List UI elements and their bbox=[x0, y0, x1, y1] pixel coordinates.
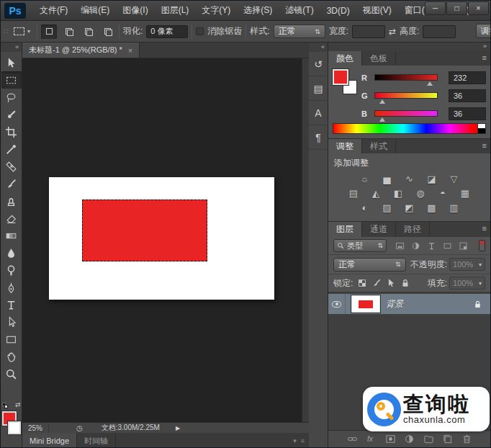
menu-item[interactable]: 文件(F) bbox=[33, 4, 74, 17]
exposure-icon[interactable]: ◪ bbox=[424, 174, 440, 185]
feather-input[interactable]: 0 像素 bbox=[146, 25, 188, 38]
channel-slider[interactable] bbox=[374, 92, 438, 99]
gradient-tool[interactable] bbox=[1, 227, 22, 244]
curves-icon[interactable]: ∿ bbox=[402, 174, 418, 185]
panel-menu-icon[interactable]: ≡ bbox=[301, 437, 305, 444]
background-color-swatch[interactable] bbox=[8, 421, 21, 434]
slider-thumb-icon[interactable] bbox=[379, 117, 385, 122]
panel-menu-icon[interactable]: ≡ bbox=[482, 141, 487, 150]
selective-color-icon[interactable]: ▩ bbox=[424, 202, 440, 214]
menu-item[interactable]: 视图(V) bbox=[356, 4, 398, 17]
gradient-map-icon[interactable]: ▥ bbox=[446, 202, 462, 214]
menu-item[interactable]: 图层(L) bbox=[155, 4, 196, 17]
path-selection-tool[interactable] bbox=[1, 313, 22, 331]
menu-item[interactable]: 文字(Y) bbox=[195, 4, 237, 17]
layer-name[interactable]: 背景 bbox=[386, 298, 403, 310]
lasso-tool[interactable] bbox=[1, 89, 22, 106]
levels-icon[interactable]: ▅ bbox=[379, 174, 395, 185]
intersect-selection-button[interactable] bbox=[99, 24, 115, 39]
type-tool[interactable] bbox=[1, 296, 22, 313]
lock-image-pixels-icon[interactable] bbox=[371, 278, 382, 288]
channel-slider[interactable] bbox=[374, 110, 438, 117]
hand-tool[interactable] bbox=[1, 348, 22, 365]
menu-item[interactable]: 图像(I) bbox=[116, 4, 154, 17]
vibrance-icon[interactable]: ▽ bbox=[446, 174, 462, 185]
panel-tab[interactable]: 样式 bbox=[362, 139, 396, 153]
layer-visibility-toggle[interactable] bbox=[328, 294, 346, 314]
vertical-scrollbar[interactable] bbox=[302, 58, 309, 422]
channel-value-input[interactable]: 36 bbox=[449, 89, 486, 102]
panel-tab[interactable]: 通道 bbox=[362, 222, 396, 237]
color-lookup-icon[interactable]: ▦ bbox=[457, 188, 473, 200]
paragraph-panel-icon[interactable]: ¶ bbox=[309, 125, 328, 150]
options-grip[interactable]: ∷ bbox=[3, 27, 6, 36]
menu-item[interactable]: 3D(D) bbox=[320, 6, 356, 16]
rectangular-marquee-tool[interactable] bbox=[1, 71, 22, 89]
layer-filter-toggle[interactable] bbox=[479, 240, 485, 251]
properties-panel-icon[interactable]: ▤ bbox=[309, 76, 328, 101]
blend-mode-select[interactable]: 正常 ⇅ bbox=[333, 258, 406, 272]
status-menu-arrow-icon[interactable]: ▶ bbox=[176, 425, 180, 431]
fill-input[interactable]: 100% ▾ bbox=[449, 277, 485, 290]
panel-tab[interactable]: 路径 bbox=[396, 222, 430, 237]
layer-row-background[interactable]: 背景 bbox=[328, 294, 490, 314]
menu-item[interactable]: 编辑(E) bbox=[74, 4, 116, 17]
add-mask-icon[interactable] bbox=[385, 434, 396, 444]
style-select[interactable]: 正常 ⇅ bbox=[274, 24, 325, 38]
tool-preset-button[interactable]: ▾ bbox=[11, 25, 33, 37]
panel-menu-icon[interactable]: ≡ bbox=[482, 53, 487, 62]
slider-thumb-icon[interactable] bbox=[379, 99, 385, 104]
refine-edge-button[interactable]: 调整边缘 bbox=[476, 24, 490, 38]
panel-tab[interactable]: 图层 bbox=[328, 222, 362, 237]
zoom-level[interactable]: 25% bbox=[22, 424, 49, 432]
channel-value-input[interactable]: 36 bbox=[449, 107, 486, 120]
selection-marquee[interactable] bbox=[82, 200, 207, 261]
channel-slider[interactable] bbox=[374, 74, 438, 81]
filter-adjustment-layers-icon[interactable] bbox=[411, 241, 420, 251]
swap-colors-icon[interactable]: ⇄ bbox=[15, 401, 21, 408]
new-layer-icon[interactable] bbox=[442, 434, 453, 444]
default-colors-icon[interactable] bbox=[2, 403, 8, 408]
bottom-tab[interactable]: Mini Bridge bbox=[22, 433, 77, 448]
lock-transparent-pixels-icon[interactable] bbox=[357, 278, 367, 288]
invert-icon[interactable]: ◐ bbox=[357, 202, 373, 214]
minimize-button[interactable]: ─ bbox=[425, 1, 446, 15]
panel-tab[interactable]: 调整 bbox=[328, 139, 362, 153]
channel-mixer-icon[interactable]: ◓ bbox=[435, 188, 451, 200]
maximize-button[interactable]: □ bbox=[446, 1, 467, 15]
layer-filter-select[interactable]: 类型 ⇅ bbox=[333, 239, 387, 252]
panel-tab[interactable]: 颜色 bbox=[328, 51, 362, 66]
new-adjustment-layer-icon[interactable] bbox=[404, 434, 415, 444]
close-button[interactable]: × bbox=[468, 1, 489, 15]
swap-dimensions-icon[interactable]: ⇄ bbox=[389, 27, 396, 37]
filter-smart-objects-icon[interactable] bbox=[459, 241, 468, 251]
threshold-icon[interactable]: ◩ bbox=[402, 202, 418, 214]
color-spectrum-ramp[interactable] bbox=[333, 123, 486, 134]
delete-layer-icon[interactable] bbox=[461, 434, 472, 444]
spot-healing-brush-tool[interactable] bbox=[1, 158, 22, 175]
lock-all-icon[interactable] bbox=[400, 278, 410, 288]
rectangle-tool[interactable] bbox=[1, 331, 22, 348]
dodge-tool[interactable] bbox=[1, 261, 22, 279]
height-input[interactable] bbox=[423, 25, 456, 38]
eraser-tool[interactable] bbox=[1, 210, 22, 227]
pen-tool[interactable] bbox=[1, 279, 22, 296]
chevron-down-icon[interactable]: ▾ bbox=[293, 437, 297, 444]
close-tab-icon[interactable]: × bbox=[128, 46, 132, 55]
new-group-icon[interactable] bbox=[423, 434, 434, 444]
hue-saturation-icon[interactable]: ▤ bbox=[346, 188, 361, 200]
quick-selection-tool[interactable] bbox=[1, 106, 22, 123]
layer-style-icon[interactable] bbox=[366, 434, 377, 444]
eyedropper-tool[interactable] bbox=[1, 140, 22, 158]
lock-position-icon[interactable] bbox=[386, 278, 396, 288]
antialias-checkbox[interactable] bbox=[196, 27, 204, 35]
history-panel-icon[interactable]: ↺ bbox=[309, 52, 328, 76]
foreground-color-swatch[interactable] bbox=[333, 69, 348, 85]
menu-item[interactable]: 选择(S) bbox=[237, 4, 279, 17]
layer-thumbnail[interactable] bbox=[351, 295, 380, 313]
photo-filter-icon[interactable]: ◍ bbox=[413, 188, 428, 200]
add-to-selection-button[interactable] bbox=[60, 24, 76, 39]
move-tool[interactable] bbox=[1, 54, 22, 71]
panel-menu-icon[interactable]: ≡ bbox=[482, 224, 487, 233]
color-balance-icon[interactable]: ◭ bbox=[368, 188, 384, 200]
